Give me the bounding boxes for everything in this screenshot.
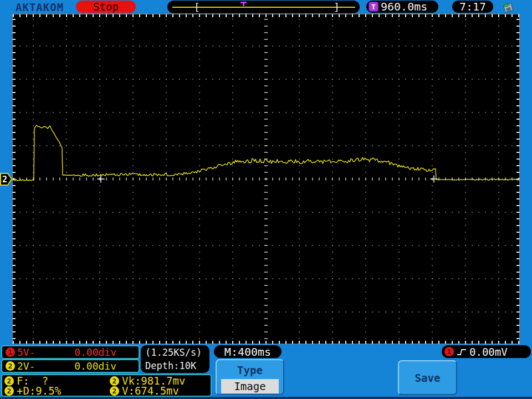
acquire-info-box: (1.25KS/s) Depth:10K	[141, 345, 209, 373]
graticule-and-trace	[12, 14, 520, 344]
brand-logo: AKTAKOM	[16, 1, 64, 13]
run-status-badge: Stop	[76, 1, 136, 13]
rising-edge-icon	[456, 347, 467, 356]
clock-value: 7:17	[459, 0, 486, 13]
timebase-value: M:400ms	[224, 345, 271, 359]
measure-duty-value: +D:9.5%	[17, 385, 61, 397]
measure-ch-badge: 2	[110, 376, 119, 386]
trigger-position-icon	[241, 2, 247, 3]
timebase-readout: M:400ms	[214, 345, 282, 358]
clock-readout: 7:17	[452, 1, 493, 13]
channel2-scale: 2V-	[17, 360, 35, 372]
type-button-value[interactable]: Image	[221, 379, 279, 393]
trigger-time-value: 960.0ms	[381, 0, 427, 13]
window-right-bracket-icon: ]	[334, 1, 340, 13]
save-button-label: Save	[415, 372, 441, 384]
save-button[interactable]: Save	[398, 360, 457, 395]
trigger-t-icon: T	[369, 2, 378, 12]
channel1-position: 0.00div	[74, 346, 116, 358]
channel2-badge: 2	[6, 361, 15, 371]
channel2-position: 0.00div	[74, 360, 116, 372]
bottom-edge-strip	[0, 397, 532, 399]
channel2-info-row: 2 2V- 0.00div	[1, 359, 140, 373]
trigger-level-value: 0.00mV	[469, 346, 508, 358]
oscilloscope-screen: AKTAKOM Stop [ ] T 960.0ms 7:17	[0, 0, 532, 399]
storage-icon	[500, 1, 515, 13]
waveform-display	[12, 14, 520, 344]
measure-ch-badge: 2	[4, 376, 14, 386]
measure-voltage: 2 V:674.5mv	[110, 386, 208, 396]
sample-rate-readout: (1.25KS/s)	[145, 346, 209, 359]
window-left-bracket-icon: [	[194, 1, 200, 13]
measure-voltage-value: V:674.5mv	[122, 385, 179, 397]
type-button-label: Type	[217, 364, 283, 376]
type-button[interactable]: Type Image	[216, 359, 284, 395]
channel2-marker-label: 2	[2, 175, 7, 185]
run-status-label: Stop	[93, 1, 119, 13]
channel1-scale: 5V-	[17, 346, 35, 358]
measure-duty: 2 +D:9.5%	[4, 386, 110, 396]
measure-panel: 2 F: ? 2 Vk:981.7mv 2 +D:9.5% 2 V:674.5m…	[1, 374, 212, 397]
trigger-time-readout: T 960.0ms	[366, 1, 438, 13]
trigger-position-bar: [ ]	[167, 1, 360, 13]
top-status-bar: AKTAKOM Stop [ ] T 960.0ms 7:17	[0, 0, 532, 14]
trigger-source-badge: 1	[444, 347, 454, 356]
trigger-level-readout: 1 0.00mV	[442, 345, 531, 358]
channel1-badge: 1	[6, 347, 15, 357]
measure-ch-badge: 2	[4, 386, 14, 396]
channel1-info-row: 1 5V- 0.00div	[1, 345, 140, 359]
channel2-position-marker[interactable]: 2	[0, 172, 13, 186]
memory-depth-readout: Depth:10K	[145, 359, 209, 372]
measure-ch-badge: 2	[110, 386, 119, 396]
